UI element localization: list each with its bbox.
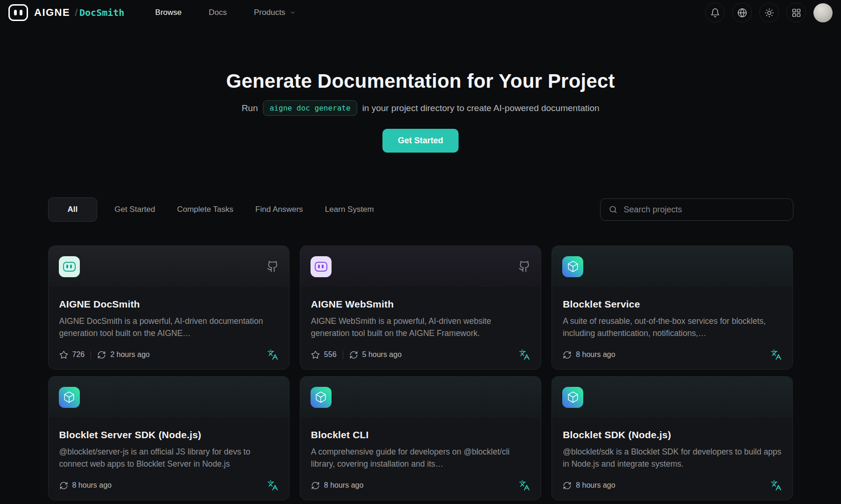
notifications-button[interactable] [705,3,725,22]
card-title: Blocklet CLI [311,429,530,441]
card-title: AIGNE DocSmith [59,299,278,310]
project-card-blocklet-server-sdk[interactable]: Blocklet Server SDK (Node.js) @blocklet/… [48,376,290,500]
translate-icon[interactable] [519,480,530,491]
navbar: AIGNE / DocSmith Browse Docs Products [0,0,841,25]
filter-bar: All Get Started Complete Tasks Find Answ… [48,197,793,222]
get-started-button[interactable]: Get Started [382,129,459,153]
tab-complete-tasks[interactable]: Complete Tasks [172,205,238,214]
project-card-blocklet-cli[interactable]: Blocklet CLI A comprehensive guide for d… [300,376,541,500]
sync-icon [563,481,572,490]
sun-icon [764,8,774,18]
run-prefix: Run [241,103,258,113]
project-grid: AIGNE DocSmith AIGNE DocSmith is a power… [48,245,793,500]
bell-icon [710,8,720,18]
command-chip: aigne doc generate [263,100,357,116]
apps-grid-icon [792,8,801,18]
search-input[interactable] [624,205,785,215]
brand-separator: / [75,7,78,18]
translate-icon[interactable] [267,349,278,360]
tab-all[interactable]: All [48,197,98,222]
github-icon[interactable] [267,260,279,273]
project-card-aigne-websmith[interactable]: AIGNE WebSmith AIGNE WebSmith is a power… [300,245,541,370]
translate-icon[interactable] [267,480,278,491]
star-icon [311,350,320,359]
card-header [552,377,792,418]
aigne-robot-icon [311,256,332,277]
card-footer: 726 2 hours ago [59,349,278,360]
card-header [49,377,289,418]
github-icon[interactable] [518,260,530,273]
card-header [300,246,541,287]
card-footer: 8 hours ago [59,480,278,491]
tab-find-answers[interactable]: Find Answers [251,205,308,214]
star-count: 726 [59,350,85,359]
card-header [552,246,792,287]
hero-section: Generate Documentation for Your Project … [0,25,841,153]
card-footer: 8 hours ago [311,480,530,491]
card-description: AIGNE WebSmith is a powerful, AI-driven … [311,315,530,339]
card-description: A suite of reusable, out-of-the-box serv… [563,315,782,339]
page: AIGNE / DocSmith Browse Docs Products [0,0,841,504]
tab-get-started[interactable]: Get Started [110,205,160,214]
language-button[interactable] [732,3,752,22]
blocklet-cube-icon [311,387,332,408]
translate-icon[interactable] [770,480,782,491]
project-card-blocklet-service[interactable]: Blocklet Service A suite of reusable, ou… [551,245,793,370]
blocklet-cube-icon [562,387,583,408]
aigne-robot-icon [59,256,80,277]
blocklet-cube-icon [59,387,80,408]
last-updated: 8 hours ago [563,350,615,359]
card-title: Blocklet Service [563,299,782,310]
aigne-robot-logo-icon [8,4,28,21]
blocklet-cube-icon [562,256,583,277]
globe-icon [737,8,747,18]
last-updated: 8 hours ago [563,481,615,490]
filter-tabs: All Get Started Complete Tasks Find Answ… [48,197,379,222]
divider [91,351,91,359]
brand-logo[interactable]: AIGNE / DocSmith [8,4,124,21]
nav-link-browse[interactable]: Browse [155,8,182,17]
card-title: Blocklet Server SDK (Node.js) [59,429,278,441]
last-updated: 5 hours ago [349,350,402,359]
search-icon [608,205,618,214]
page-title: Generate Documentation for Your Project [0,70,841,92]
nav-link-docs[interactable]: Docs [209,8,227,17]
theme-toggle-button[interactable] [759,3,779,22]
card-footer: 8 hours ago [563,349,782,360]
star-count: 556 [311,350,337,359]
nav-links: Browse Docs Products [155,8,296,17]
nav-actions [705,3,833,22]
sync-icon [59,481,68,490]
tab-learn-system[interactable]: Learn System [320,205,379,214]
run-suffix: in your project directory to create AI-p… [362,103,600,113]
divider [343,351,343,359]
last-updated: 8 hours ago [311,481,364,490]
last-updated: 2 hours ago [97,350,150,359]
sync-icon [349,350,358,359]
sync-icon [97,350,106,359]
chevron-down-icon [290,9,296,16]
last-updated: 8 hours ago [59,481,112,490]
sync-icon [311,481,320,490]
card-description: @blocklet/sdk is a Blocklet SDK for deve… [563,446,782,470]
project-card-aigne-docsmith[interactable]: AIGNE DocSmith AIGNE DocSmith is a power… [48,245,290,370]
project-card-blocklet-sdk[interactable]: Blocklet SDK (Node.js) @blocklet/sdk is … [551,376,793,500]
translate-icon[interactable] [770,349,782,360]
card-footer: 556 5 hours ago [311,349,530,360]
sync-icon [563,350,572,359]
card-footer: 8 hours ago [563,480,782,491]
brand-name: AIGNE [34,7,70,19]
translate-icon[interactable] [519,349,530,360]
card-title: AIGNE WebSmith [311,299,530,310]
brand-product: DocSmith [79,7,124,18]
card-title: Blocklet SDK (Node.js) [563,429,782,441]
card-description: AIGNE DocSmith is a powerful, AI-driven … [59,315,278,339]
card-header [300,377,541,418]
avatar[interactable] [813,3,833,22]
star-icon [59,350,68,359]
nav-link-products[interactable]: Products [254,8,296,17]
hero-subtitle: Run aigne doc generate in your project d… [0,100,841,116]
apps-button[interactable] [786,3,806,22]
search-box [600,198,793,221]
card-header [49,246,289,287]
